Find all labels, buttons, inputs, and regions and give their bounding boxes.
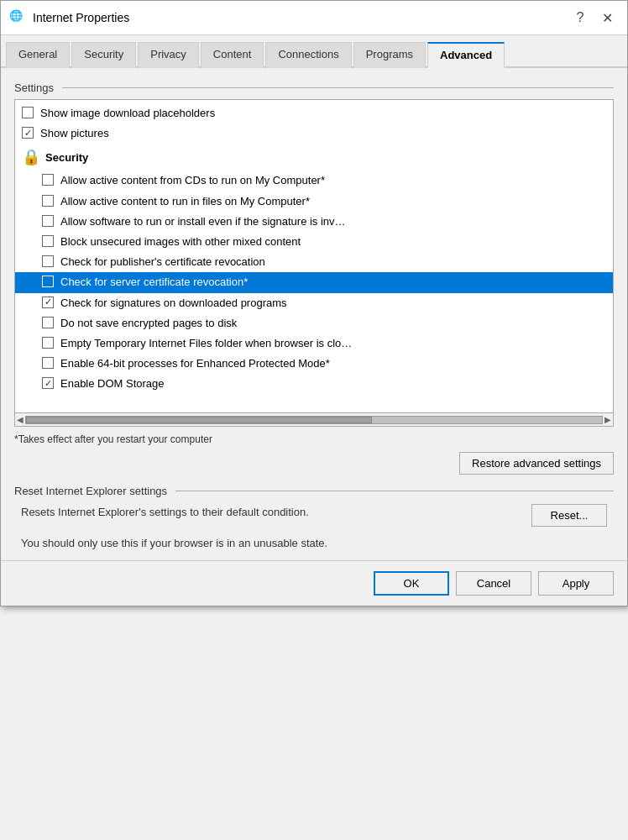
reset-section: Reset Internet Explorer settings Resets …: [14, 485, 614, 552]
tab-advanced[interactable]: Advanced: [427, 42, 505, 68]
setting-show-image-placeholders[interactable]: Show image download placeholders: [15, 103, 613, 123]
restore-advanced-settings-button[interactable]: Restore advanced settings: [459, 452, 614, 475]
title-bar-controls: ? ✕: [570, 8, 617, 28]
label-show-pictures: Show pictures: [40, 126, 109, 141]
setting-allow-active-cds[interactable]: Allow active content from CDs to run on …: [15, 171, 613, 191]
checkbox-allow-active-files[interactable]: [42, 195, 54, 207]
checkbox-block-unsecured-images[interactable]: [42, 235, 54, 247]
label-enable-64bit: Enable 64-bit processes for Enhanced Pro…: [60, 356, 330, 371]
checkbox-empty-temp-files[interactable]: [42, 337, 54, 349]
lock-icon: 🔒: [22, 148, 40, 166]
setting-check-publisher-cert[interactable]: Check for publisher's certificate revoca…: [15, 252, 613, 272]
setting-allow-active-files[interactable]: Allow active content to run in files on …: [15, 192, 613, 212]
help-button[interactable]: ?: [570, 8, 590, 28]
settings-listbox: Show image download placeholders Show pi…: [14, 99, 614, 427]
content-area: Settings Show image download placeholder…: [1, 68, 627, 560]
tab-programs[interactable]: Programs: [353, 42, 426, 68]
label-check-server-cert: Check for server certificate revocation*: [60, 275, 248, 290]
reset-warning: You should only use this if your browser…: [14, 535, 614, 552]
checkbox-enable-64bit[interactable]: [42, 357, 54, 369]
checkbox-allow-software-unsigned[interactable]: [42, 215, 54, 227]
label-empty-temp-files: Empty Temporary Internet Files folder wh…: [60, 336, 352, 351]
bottom-bar: OK Cancel Apply: [1, 560, 627, 606]
cancel-button[interactable]: Cancel: [456, 571, 531, 596]
scroll-left-btn[interactable]: ◀: [17, 415, 24, 424]
setting-enable-64bit[interactable]: Enable 64-bit processes for Enhanced Pro…: [15, 354, 613, 374]
checkbox-enable-dom[interactable]: [42, 377, 54, 389]
setting-enable-dom[interactable]: Enable DOM Storage: [15, 374, 613, 394]
security-category-label: Security: [45, 151, 88, 164]
tab-general[interactable]: General: [6, 42, 70, 68]
settings-section-label: Settings: [14, 81, 614, 94]
tab-security[interactable]: Security: [71, 42, 136, 68]
label-no-save-encrypted: Do not save encrypted pages to disk: [60, 316, 237, 331]
label-enable-dom: Enable DOM Storage: [60, 376, 165, 391]
tab-content[interactable]: Content: [201, 42, 264, 68]
setting-show-pictures[interactable]: Show pictures: [15, 123, 613, 144]
scroll-right-btn[interactable]: ▶: [604, 415, 611, 424]
label-check-publisher-cert: Check for publisher's certificate revoca…: [60, 255, 265, 270]
restore-btn-row: Restore advanced settings: [14, 452, 614, 475]
label-check-signatures: Check for signatures on downloaded progr…: [60, 296, 287, 311]
label-allow-active-cds: Allow active content from CDs to run on …: [60, 173, 325, 188]
dialog-title: Internet Properties: [33, 11, 129, 24]
reset-description: Resets Internet Explorer's settings to t…: [21, 504, 518, 521]
checkbox-show-image-placeholders[interactable]: [22, 107, 34, 118]
title-bar: 🌐 Internet Properties ? ✕: [1, 1, 627, 35]
tab-bar: General Security Privacy Content Connect…: [1, 35, 627, 68]
label-allow-active-files: Allow active content to run in files on …: [60, 194, 310, 209]
dialog-icon: 🌐: [9, 9, 26, 26]
horizontal-scrollbar[interactable]: ◀ ▶: [15, 412, 613, 426]
close-button[interactable]: ✕: [597, 8, 617, 28]
settings-scroll-area[interactable]: Show image download placeholders Show pi…: [15, 100, 613, 412]
label-show-image-placeholders: Show image download placeholders: [40, 106, 215, 121]
apply-button[interactable]: Apply: [538, 571, 614, 596]
setting-check-server-cert[interactable]: Check for server certificate revocation*: [15, 272, 613, 292]
checkbox-allow-active-cds[interactable]: [42, 174, 54, 186]
label-block-unsecured-images: Block unsecured images with other mixed …: [60, 234, 301, 249]
checkbox-no-save-encrypted[interactable]: [42, 317, 54, 328]
label-allow-software-unsigned: Allow software to run or install even if…: [60, 214, 346, 229]
checkbox-check-signatures[interactable]: [42, 297, 54, 308]
reset-button[interactable]: Reset...: [531, 504, 607, 527]
reset-row: Resets Internet Explorer's settings to t…: [14, 504, 614, 527]
setting-check-signatures[interactable]: Check for signatures on downloaded progr…: [15, 293, 613, 313]
title-bar-left: 🌐 Internet Properties: [9, 9, 129, 26]
tab-connections[interactable]: Connections: [265, 42, 351, 68]
setting-empty-temp-files[interactable]: Empty Temporary Internet Files folder wh…: [15, 333, 613, 354]
footnote: *Takes effect after you restart your com…: [14, 433, 614, 445]
setting-block-unsecured-images[interactable]: Block unsecured images with other mixed …: [15, 232, 613, 252]
tab-privacy[interactable]: Privacy: [138, 42, 199, 68]
internet-properties-dialog: 🌐 Internet Properties ? ✕ General Securi…: [0, 0, 628, 606]
setting-no-save-encrypted[interactable]: Do not save encrypted pages to disk: [15, 313, 613, 333]
security-category-header: 🔒 Security: [15, 144, 613, 171]
checkbox-show-pictures[interactable]: [22, 127, 34, 139]
reset-section-label: Reset Internet Explorer settings: [14, 485, 614, 497]
setting-allow-software-unsigned[interactable]: Allow software to run or install even if…: [15, 212, 613, 232]
checkbox-check-server-cert[interactable]: [42, 276, 54, 287]
checkbox-check-publisher-cert[interactable]: [42, 255, 54, 267]
ok-button[interactable]: OK: [374, 571, 449, 596]
